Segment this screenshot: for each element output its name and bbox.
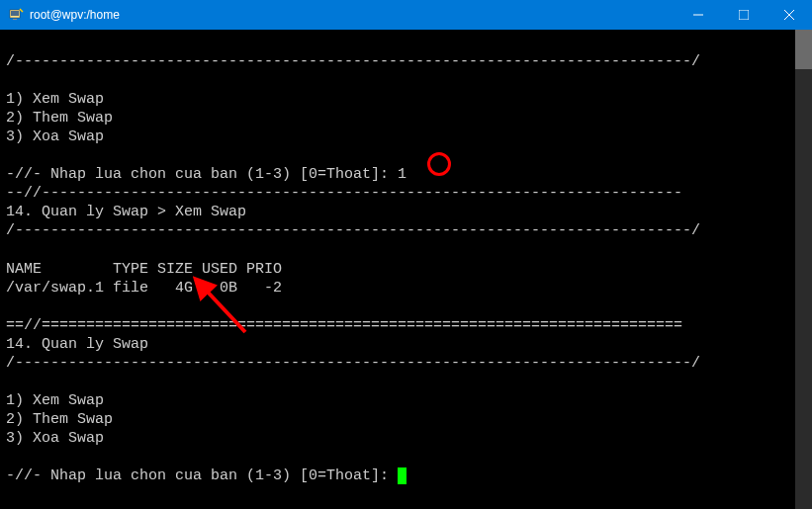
scrollbar-thumb[interactable] [795,30,812,69]
breadcrumb: 14. Quan ly Swap > Xem Swap [6,204,246,220]
swap-table-header: NAME TYPE SIZE USED PRIO [6,261,282,278]
prompt-text: -//- Nhap lua chon cua ban (1-3) [0=Thoa… [6,166,398,183]
divider-line: --//------------------------------------… [6,185,682,202]
svg-rect-2 [13,19,17,20]
window-title-bar: root@wpv:/home [0,0,812,30]
vertical-scrollbar[interactable] [795,30,812,509]
prompt-text: -//- Nhap lua chon cua ban (1-3) [0=Thoa… [6,467,398,484]
divider-line: /---------------------------------------… [6,53,700,70]
menu-item: 2) Them Swap [6,411,113,428]
svg-rect-5 [739,10,749,20]
putty-icon [8,7,24,23]
menu-item: 1) Xem Swap [6,392,104,409]
menu-item: 3) Xoa Swap [6,430,104,447]
section-title: 14. Quan ly Swap [6,336,148,353]
close-button[interactable] [767,0,812,30]
terminal-cursor [398,467,406,484]
svg-line-3 [20,9,23,12]
maximize-button[interactable] [721,0,767,30]
menu-item: 1) Xem Swap [6,91,104,108]
user-input: 1 [398,166,406,183]
swap-table-row: /var/swap.1 file 4G 0B -2 [6,280,282,297]
svg-rect-1 [11,11,19,16]
minimize-button[interactable] [676,0,721,30]
window-controls [676,0,812,30]
divider-line: /---------------------------------------… [6,355,700,372]
menu-item: 2) Them Swap [6,110,113,127]
divider-line: ==//====================================… [6,317,682,334]
divider-line: /---------------------------------------… [6,222,700,239]
terminal-content[interactable]: /---------------------------------------… [0,30,812,509]
title-left: root@wpv:/home [0,7,120,23]
menu-item: 3) Xoa Swap [6,128,104,145]
window-title: root@wpv:/home [30,8,120,22]
